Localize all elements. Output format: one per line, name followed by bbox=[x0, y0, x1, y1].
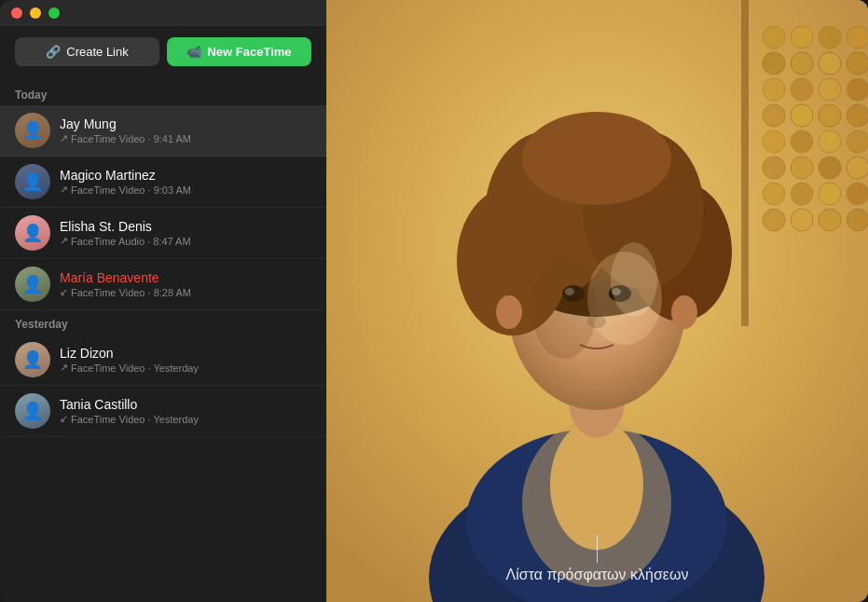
call-detail-text: FaceTime Video · Yesterday bbox=[71, 363, 199, 374]
list-item[interactable]: 👤 Tania Castillo ↙ FaceTime Video · Yest… bbox=[0, 386, 326, 437]
svg-point-23 bbox=[819, 157, 841, 179]
call-detail: ↙ FaceTime Video · Yesterday bbox=[60, 413, 311, 425]
svg-point-9 bbox=[763, 78, 785, 101]
avatar: 👤 bbox=[15, 215, 50, 251]
scene-svg bbox=[326, 0, 868, 602]
section-today-label: Today bbox=[0, 81, 326, 105]
svg-point-6 bbox=[791, 52, 813, 75]
link-icon: 🔗 bbox=[46, 45, 61, 59]
call-detail-text: FaceTime Audio · 8:47 AM bbox=[71, 236, 191, 247]
close-button[interactable] bbox=[11, 7, 22, 19]
svg-point-8 bbox=[847, 52, 868, 75]
svg-point-3 bbox=[819, 26, 841, 48]
svg-rect-33 bbox=[741, 0, 749, 326]
call-info: Jay Mung ↗ FaceTime Video · 9:41 AM bbox=[60, 116, 311, 144]
call-info: Liz Dizon ↗ FaceTime Video · Yesterday bbox=[60, 346, 311, 374]
svg-point-32 bbox=[847, 209, 868, 231]
call-info: Elisha St. Denis ↗ FaceTime Audio · 8:47… bbox=[60, 219, 311, 247]
call-info: Tania Castillo ↙ FaceTime Video · Yester… bbox=[60, 397, 311, 425]
list-item[interactable]: 👤 Jay Mung ↗ FaceTime Video · 9:41 AM bbox=[0, 105, 326, 157]
svg-point-1 bbox=[763, 26, 785, 48]
svg-point-4 bbox=[847, 26, 868, 48]
main-layout: 🔗 Create Link 📹 New FaceTime Today 👤 bbox=[0, 0, 868, 602]
call-detail: ↗ FaceTime Video · Yesterday bbox=[60, 362, 311, 374]
call-name: María Benavente bbox=[60, 270, 311, 285]
list-item[interactable]: 👤 María Benavente ↙ FaceTime Video · 8:2… bbox=[0, 259, 326, 310]
avatar: 👤 bbox=[15, 113, 50, 148]
svg-point-55 bbox=[531, 256, 597, 359]
section-yesterday-label: Yesterday bbox=[0, 310, 326, 335]
new-facetime-label: New FaceTime bbox=[207, 45, 291, 59]
call-detail: ↗ FaceTime Audio · 8:47 AM bbox=[60, 235, 311, 247]
annotation-area: Λίστα πρόσφατων κλήσεων bbox=[326, 527, 868, 602]
svg-point-18 bbox=[791, 130, 813, 153]
annotation-text: Λίστα πρόσφατων κλήσεων bbox=[506, 567, 689, 583]
call-detail-text: FaceTime Video · Yesterday bbox=[71, 414, 199, 425]
svg-point-22 bbox=[791, 157, 813, 179]
call-direction-icon: ↗ bbox=[60, 235, 68, 247]
svg-point-20 bbox=[847, 130, 868, 153]
avatar: 👤 bbox=[15, 164, 50, 199]
svg-point-25 bbox=[763, 183, 785, 205]
list-item[interactable]: 👤 Elisha St. Denis ↗ FaceTime Audio · 8:… bbox=[0, 208, 326, 259]
svg-point-46 bbox=[522, 112, 671, 205]
svg-point-24 bbox=[847, 157, 868, 179]
call-list: Today 👤 Jay Mung ↗ FaceTime Video · 9:41… bbox=[0, 81, 326, 602]
svg-point-11 bbox=[819, 78, 841, 101]
minimize-button[interactable] bbox=[30, 7, 41, 19]
call-direction-icon: ↗ bbox=[60, 362, 68, 374]
video-camera-icon: 📹 bbox=[186, 45, 201, 59]
svg-point-5 bbox=[763, 52, 785, 75]
call-info: Magico Martinez ↗ FaceTime Video · 9:03 … bbox=[60, 168, 311, 196]
call-info: María Benavente ↙ FaceTime Video · 8:28 … bbox=[60, 270, 311, 298]
create-link-label: Create Link bbox=[66, 45, 128, 59]
facetime-window: 🔗 Create Link 📹 New FaceTime Today 👤 bbox=[0, 0, 868, 602]
annotation-line bbox=[597, 535, 598, 563]
title-bar bbox=[0, 0, 326, 26]
sidebar: 🔗 Create Link 📹 New FaceTime Today 👤 bbox=[0, 0, 326, 602]
new-facetime-button[interactable]: 📹 New FaceTime bbox=[167, 37, 311, 66]
svg-point-21 bbox=[763, 157, 785, 179]
svg-point-56 bbox=[611, 242, 657, 317]
svg-point-10 bbox=[791, 78, 813, 101]
svg-point-26 bbox=[791, 183, 813, 205]
call-detail-text: FaceTime Video · 9:41 AM bbox=[71, 133, 191, 144]
create-link-button[interactable]: 🔗 Create Link bbox=[15, 37, 159, 66]
sidebar-buttons: 🔗 Create Link 📹 New FaceTime bbox=[0, 26, 326, 81]
svg-point-53 bbox=[496, 295, 522, 329]
svg-point-15 bbox=[819, 104, 841, 127]
call-direction-icon: ↗ bbox=[60, 132, 68, 144]
photo-area: Λίστα πρόσφατων κλήσεων bbox=[326, 0, 868, 602]
svg-point-54 bbox=[671, 295, 697, 329]
svg-point-30 bbox=[791, 209, 813, 231]
avatar: 👤 bbox=[15, 393, 50, 429]
call-name: Jay Mung bbox=[60, 116, 311, 131]
call-name: Magico Martinez bbox=[60, 168, 311, 183]
list-item[interactable]: 👤 Magico Martinez ↗ FaceTime Video · 9:0… bbox=[0, 157, 326, 208]
list-item[interactable]: 👤 Liz Dizon ↗ FaceTime Video · Yesterday bbox=[0, 335, 326, 386]
call-direction-icon: ↗ bbox=[60, 184, 68, 196]
svg-point-16 bbox=[847, 104, 868, 127]
call-detail-text: FaceTime Video · 9:03 AM bbox=[71, 185, 191, 196]
svg-point-2 bbox=[791, 26, 813, 48]
avatar: 👤 bbox=[15, 267, 50, 302]
call-direction-icon: ↙ bbox=[60, 413, 68, 425]
maximize-button[interactable] bbox=[48, 7, 60, 19]
svg-point-29 bbox=[763, 209, 785, 231]
avatar: 👤 bbox=[15, 342, 50, 377]
call-detail: ↗ FaceTime Video · 9:03 AM bbox=[60, 184, 311, 196]
call-detail-text: FaceTime Video · 8:28 AM bbox=[71, 287, 191, 298]
call-detail: ↙ FaceTime Video · 8:28 AM bbox=[60, 286, 311, 298]
call-direction-icon: ↙ bbox=[60, 286, 68, 298]
call-name: Elisha St. Denis bbox=[60, 219, 311, 234]
section-yesterday: Yesterday bbox=[0, 310, 326, 335]
annotation-container: Λίστα πρόσφατων κλήσεων bbox=[506, 535, 689, 583]
svg-point-19 bbox=[819, 130, 841, 153]
section-today: Today bbox=[0, 81, 326, 105]
call-name: Liz Dizon bbox=[60, 346, 311, 361]
call-detail: ↗ FaceTime Video · 9:41 AM bbox=[60, 132, 311, 144]
svg-point-17 bbox=[763, 130, 785, 153]
call-name: Tania Castillo bbox=[60, 397, 311, 412]
svg-point-27 bbox=[819, 183, 841, 205]
svg-point-13 bbox=[763, 104, 785, 127]
